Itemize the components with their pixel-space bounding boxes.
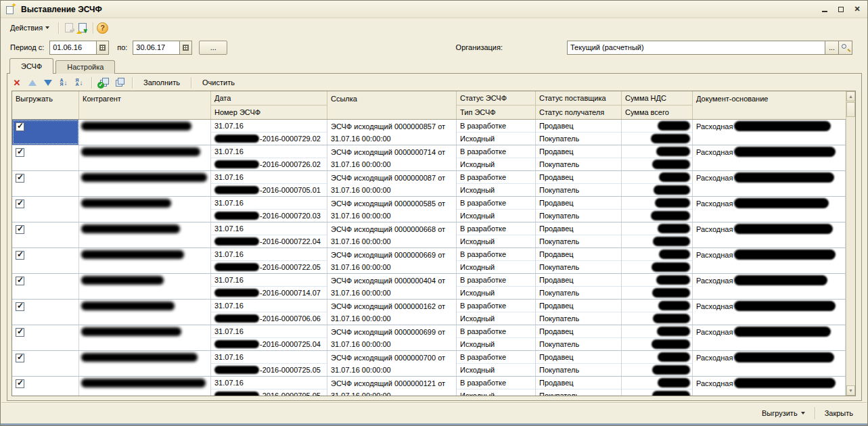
cell-supplier-receiver[interactable]: ПродавецПокупатель bbox=[536, 222, 622, 247]
cell-base-document[interactable]: Расходная bbox=[693, 171, 846, 196]
clear-button[interactable]: Очистить bbox=[197, 76, 240, 89]
period-to-input[interactable] bbox=[133, 41, 179, 54]
cell-supplier-receiver[interactable]: ПродавецПокупатель bbox=[536, 300, 622, 325]
actions-menu-button[interactable]: Действия bbox=[5, 21, 55, 34]
cell-export-flag[interactable] bbox=[12, 120, 79, 145]
fill-button[interactable]: Заполнить bbox=[138, 76, 185, 89]
organization-input[interactable] bbox=[568, 41, 825, 54]
cell-sums[interactable] bbox=[622, 351, 693, 376]
cell-status-type[interactable]: В разработкеИсходный bbox=[457, 274, 536, 299]
cell-sums[interactable] bbox=[622, 300, 693, 325]
cell-link[interactable]: ЭСЧФ исходящий 0000000404 от 31.07.16 00… bbox=[327, 274, 457, 299]
cell-export-flag[interactable] bbox=[12, 248, 79, 273]
cell-supplier-receiver[interactable]: ПродавецПокупатель bbox=[536, 325, 622, 350]
cell-link[interactable]: ЭСЧФ исходящий 0000000668 от 31.07.16 00… bbox=[327, 222, 457, 247]
cell-export-flag[interactable] bbox=[12, 300, 79, 325]
period-from-input[interactable] bbox=[50, 41, 96, 54]
header-date-number[interactable]: ДатаНомер ЭСЧФ bbox=[211, 91, 327, 119]
cell-supplier-receiver[interactable]: ПродавецПокупатель bbox=[536, 351, 622, 376]
cell-contractor[interactable] bbox=[79, 274, 211, 299]
cell-export-flag[interactable] bbox=[12, 171, 79, 196]
cell-link[interactable]: ЭСЧФ исходящий 0000000162 от 31.07.16 00… bbox=[327, 300, 457, 325]
cell-date-number[interactable]: 31.07.16-2016-0000705.05 bbox=[211, 377, 327, 396]
cell-sums[interactable] bbox=[622, 325, 693, 350]
cell-base-document[interactable]: Расходная bbox=[693, 274, 846, 299]
scrollbar-track[interactable] bbox=[846, 117, 855, 385]
cell-link[interactable]: ЭСЧФ исходящий 0000000699 от 31.07.16 00… bbox=[327, 325, 457, 350]
header-link[interactable]: Ссылка bbox=[327, 91, 457, 119]
cell-status-type[interactable]: В разработкеИсходный bbox=[457, 325, 536, 350]
cell-supplier-receiver[interactable]: ПродавецПокупатель bbox=[536, 171, 622, 196]
cell-contractor[interactable] bbox=[79, 377, 211, 396]
cell-base-document[interactable]: Расходная bbox=[693, 145, 846, 170]
export-list-button[interactable]: ▼ bbox=[76, 21, 89, 34]
move-down-icon[interactable] bbox=[41, 76, 55, 89]
cell-link[interactable]: ЭСЧФ исходящий 0000000857 от 31.07.16 00… bbox=[327, 120, 457, 145]
minimize-icon[interactable] bbox=[820, 5, 829, 14]
row-checkbox[interactable] bbox=[16, 277, 24, 285]
cell-link[interactable]: ЭСЧФ исходящий 0000000700 от 31.07.16 00… bbox=[327, 351, 457, 376]
cell-date-number[interactable]: 31.07.16-2016-0000726.02 bbox=[211, 145, 327, 170]
header-export[interactable]: Выгружать bbox=[12, 91, 79, 119]
row-checkbox[interactable] bbox=[16, 302, 24, 311]
close-button[interactable]: Закрыть bbox=[819, 406, 859, 420]
scroll-down-icon[interactable]: ▼ bbox=[846, 385, 855, 396]
cell-base-document[interactable]: Расходная bbox=[693, 377, 846, 396]
row-checkbox[interactable] bbox=[16, 354, 24, 362]
cell-date-number[interactable]: 31.07.16-2016-0000722.04 bbox=[211, 222, 327, 247]
cell-link[interactable]: ЭСЧФ исходящий 0000000121 от 31.07.16 00… bbox=[327, 377, 457, 396]
cell-contractor[interactable] bbox=[79, 222, 211, 247]
cell-sums[interactable] bbox=[622, 171, 693, 196]
vertical-scrollbar[interactable]: ▲ ▼ bbox=[846, 91, 855, 396]
cell-date-number[interactable]: 31.07.16-2016-0000720.03 bbox=[211, 197, 327, 222]
cell-link[interactable]: ЭСЧФ исходящий 0000000714 от 31.07.16 00… bbox=[327, 145, 457, 170]
cell-contractor[interactable] bbox=[79, 171, 211, 196]
cell-status-type[interactable]: В разработкеИсходный bbox=[457, 300, 536, 325]
cell-date-number[interactable]: 31.07.16-2016-0000705.01 bbox=[211, 171, 327, 196]
row-checkbox[interactable] bbox=[16, 251, 24, 260]
cell-date-number[interactable]: 31.07.16-2016-0000722.05 bbox=[211, 248, 327, 273]
cell-base-document[interactable]: Расходная bbox=[693, 222, 846, 247]
header-supplier-receiver[interactable]: Статус поставщикаСтатус получателя bbox=[536, 91, 622, 119]
header-base-document[interactable]: Документ-основание bbox=[693, 91, 855, 119]
cell-status-type[interactable]: В разработкеИсходный bbox=[457, 120, 536, 145]
period-to-calendar-button[interactable] bbox=[179, 41, 191, 54]
cell-supplier-receiver[interactable]: ПродавецПокупатель bbox=[536, 248, 622, 273]
close-icon[interactable]: ✕ bbox=[852, 5, 862, 14]
period-select-button[interactable]: ... bbox=[199, 41, 227, 55]
row-checkbox[interactable] bbox=[16, 122, 24, 131]
cell-sums[interactable] bbox=[622, 377, 693, 396]
cell-export-flag[interactable] bbox=[12, 145, 79, 170]
cell-link[interactable]: ЭСЧФ исходящий 0000000669 от 31.07.16 00… bbox=[327, 248, 457, 273]
cell-status-type[interactable]: В разработкеИсходный bbox=[457, 351, 536, 376]
cell-status-type[interactable]: В разработкеИсходный bbox=[457, 248, 536, 273]
cell-sums[interactable] bbox=[622, 222, 693, 247]
cell-contractor[interactable] bbox=[79, 351, 211, 376]
header-contractor[interactable]: Контрагент bbox=[79, 91, 211, 119]
cell-base-document[interactable]: Расходная bbox=[693, 248, 846, 273]
uncheck-all-icon[interactable] bbox=[113, 76, 127, 89]
organization-select-button[interactable]: ... bbox=[825, 41, 839, 55]
cell-date-number[interactable]: 31.07.16-2016-0000725.05 bbox=[211, 351, 327, 376]
cell-sums[interactable] bbox=[622, 274, 693, 299]
cell-contractor[interactable] bbox=[79, 300, 211, 325]
cell-contractor[interactable] bbox=[79, 325, 211, 350]
cell-link[interactable]: ЭСЧФ исходящий 0000000585 от 31.07.16 00… bbox=[327, 197, 457, 222]
cell-export-flag[interactable] bbox=[12, 325, 79, 350]
tab-settings[interactable]: Настройка bbox=[55, 60, 115, 74]
row-checkbox[interactable] bbox=[16, 328, 24, 337]
cell-base-document[interactable]: Расходная bbox=[693, 120, 846, 145]
delete-row-icon[interactable]: ✕ bbox=[10, 76, 24, 89]
header-status-type[interactable]: Статус ЭСЧФТип ЭСЧФ bbox=[457, 91, 536, 119]
tab-eschf[interactable]: ЭСЧФ bbox=[9, 58, 53, 74]
export-button[interactable]: Выгрузить bbox=[756, 406, 810, 420]
row-checkbox[interactable] bbox=[16, 174, 24, 183]
cell-contractor[interactable] bbox=[79, 145, 211, 170]
row-checkbox[interactable] bbox=[16, 225, 24, 234]
cell-base-document[interactable]: Расходная bbox=[693, 325, 846, 350]
cell-export-flag[interactable] bbox=[12, 197, 79, 222]
cell-base-document[interactable]: Расходная bbox=[693, 197, 846, 222]
cell-contractor[interactable] bbox=[79, 248, 211, 273]
help-icon[interactable]: ? bbox=[97, 22, 108, 34]
cell-export-flag[interactable] bbox=[12, 274, 79, 299]
